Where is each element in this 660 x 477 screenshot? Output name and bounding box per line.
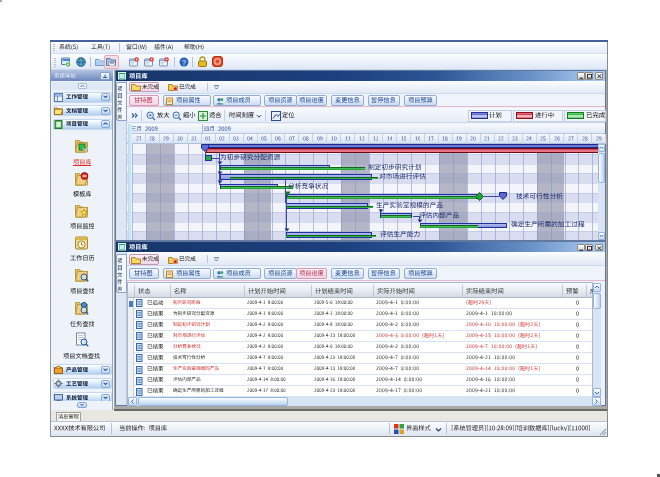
svg-text:?: ? <box>182 59 186 66</box>
